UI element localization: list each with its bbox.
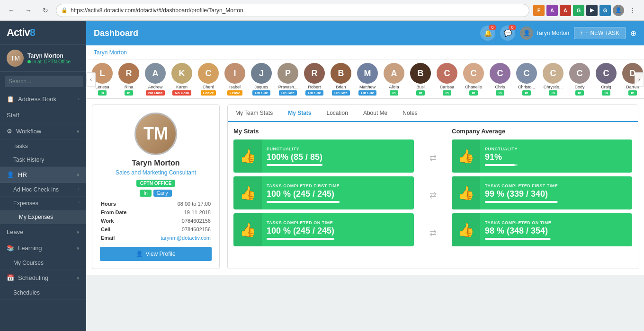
sidebar-item-tasks[interactable]: Tasks <box>0 139 86 153</box>
person-name: Cody <box>574 85 584 89</box>
person-card-busi[interactable]: B Busi In <box>408 63 433 96</box>
stat-bar-fill <box>267 201 340 203</box>
stat-bar-fill <box>485 201 557 203</box>
notifications-button[interactable]: 🔔 0 <box>480 26 495 41</box>
stats-tab-notes[interactable]: Notes <box>395 105 425 122</box>
view-profile-button[interactable]: 👤 View Profile <box>100 247 212 261</box>
person-card-jaques[interactable]: J Jaques On Site <box>249 63 274 96</box>
person-card-carissa[interactable]: C Carissa In <box>435 63 459 96</box>
sidebar-item-leave[interactable]: Leave ∨ <box>0 224 86 240</box>
ext-icon-4[interactable]: G <box>573 5 584 16</box>
sidebar-item-my-expenses[interactable]: My Expenses <box>0 210 86 224</box>
address-bar[interactable]: 🔒 https://activ8.dotactiv.com/dotactiv/#… <box>56 4 529 17</box>
stat-icon-area: 👍 <box>233 213 262 246</box>
person-card-cher-[interactable]: C Cheré Leave <box>196 63 221 96</box>
person-strip: L Leriesa In R Rina In A Andrew No Data … <box>86 60 644 98</box>
person-card-rina[interactable]: R Rina In <box>116 63 141 96</box>
person-card-matthew[interactable]: M Matthew On Site <box>355 63 380 96</box>
stats-tab-about-me[interactable]: About Me <box>356 105 395 122</box>
sidebar-item-scheduling[interactable]: 📅 Scheduling ∨ <box>0 270 86 286</box>
stat-card: 👍 TASKS COMPLETED ON TIME 98 % (348 / 35… <box>452 213 632 246</box>
person-status-badge: On Site <box>358 90 376 96</box>
view-profile-label: View Profile <box>145 251 175 257</box>
stat-bar-fill <box>485 238 550 240</box>
stats-tabs: My Team StatsMy StatsLocationAbout MeNot… <box>228 105 638 122</box>
new-task-button[interactable]: + + NEW TASK <box>574 27 626 39</box>
sidebar-item-workflow[interactable]: ⚙ Workflow ∨ <box>0 123 86 139</box>
person-card-craig[interactable]: C Craig In <box>594 63 618 96</box>
person-card-andrew[interactable]: A Andrew No Data <box>143 63 168 96</box>
ext-icon-3[interactable]: A <box>560 5 571 16</box>
sidebar-item-address-book[interactable]: 📋 Address Book › <box>0 91 86 107</box>
thumbs-up-icon: 👍 <box>240 148 256 164</box>
refresh-button[interactable]: ↻ <box>39 4 52 17</box>
forward-button[interactable]: → <box>22 4 35 17</box>
expenses-chevron: › <box>78 200 80 205</box>
stat-bar <box>485 201 558 203</box>
person-card-chanelle[interactable]: C Chanelle In <box>461 63 486 96</box>
ext-icon-1[interactable]: F <box>533 5 545 16</box>
stat-label: PUNCTUALITY <box>485 147 518 151</box>
person-card-isabel[interactable]: I Isabel Leave <box>223 63 247 96</box>
email-link[interactable]: tarynm@dotactiv.com <box>161 235 211 241</box>
person-card-brian[interactable]: B Brian On Site <box>329 63 353 96</box>
person-status-badge: In <box>390 90 398 96</box>
search-input[interactable] <box>5 76 83 87</box>
arrow-connectors: ⇄⇄⇄ <box>423 128 442 250</box>
person-name: Matthew <box>359 85 376 89</box>
adhoc-chevron: › <box>78 186 80 191</box>
stats-tab-my-team-stats[interactable]: My Team Stats <box>228 105 280 122</box>
person-name: Chrystle... <box>544 85 563 89</box>
stats-tab-location[interactable]: Location <box>319 105 356 122</box>
stats-columns: My Stats 👍 PUNCTUALITY 100% (85 / 85) 👍 … <box>233 128 632 250</box>
sidebar-item-learning[interactable]: 📚 Learning ∨ <box>0 240 86 256</box>
stat-icon-area: 👍 <box>233 176 262 209</box>
person-card-karen[interactable]: K Karen No Data <box>170 63 194 96</box>
sidebar-item-my-courses[interactable]: My Courses <box>0 256 86 270</box>
person-card-chrystle---[interactable]: C Chrystle... In <box>541 63 565 96</box>
stat-bar-fill <box>485 164 515 166</box>
menu-button[interactable]: ⋮ <box>626 4 639 17</box>
browser-extensions: F A A G ▶ G 👤 ⋮ <box>533 4 639 17</box>
strip-nav-right[interactable]: › <box>635 72 644 87</box>
person-name: Rina <box>125 85 134 89</box>
person-photo: A <box>384 63 404 84</box>
scheduling-chevron: ∨ <box>76 275 80 280</box>
person-name: Leriesa <box>95 85 109 89</box>
thumbs-up-icon: 👍 <box>458 185 474 201</box>
messages-button[interactable]: 💬 0 <box>500 26 515 41</box>
person-name: Karen <box>176 85 188 89</box>
person-name: Jaques <box>254 85 268 89</box>
sidebar-item-task-history[interactable]: Task History <box>0 153 86 167</box>
ext-icon-2[interactable]: A <box>546 5 558 16</box>
person-card-cody[interactable]: C Cody In <box>567 63 592 96</box>
person-card-robert[interactable]: R Robert On Site <box>302 63 327 96</box>
back-button[interactable]: ← <box>5 4 18 17</box>
sidebar-avatar: TM <box>7 50 24 67</box>
stat-value: 100% (85 / 85) <box>267 152 322 162</box>
person-status-badge: In <box>416 90 424 96</box>
logo-accent: 8 <box>30 26 35 38</box>
stats-tab-my-stats[interactable]: My Stats <box>280 105 319 122</box>
person-card-alicia[interactable]: A Alicia In <box>382 63 406 96</box>
sidebar-item-expenses[interactable]: Expenses › <box>0 197 86 210</box>
person-photo: C <box>490 63 510 84</box>
sidebar-item-staff[interactable]: Staff <box>0 107 86 123</box>
sidebar-user-section[interactable]: TM Taryn Morton In at: CPTN Office <box>0 45 86 72</box>
sidebar-item-adhoc[interactable]: Ad Hoc Check Ins › <box>0 183 86 197</box>
navbar-user[interactable]: 👤 Taryn Morton <box>520 26 569 40</box>
share-button[interactable]: ⊕ <box>630 29 636 38</box>
stat-bar <box>485 238 551 240</box>
user-avatar-browser[interactable]: 👤 <box>613 5 624 16</box>
person-card-pravash---[interactable]: P Pravash... On Site <box>276 63 300 96</box>
my-stats-title: My Stats <box>233 128 414 135</box>
profile-stats-section: TM Taryn Morton Sales and Marketing Cons… <box>86 99 644 275</box>
sidebar-item-hr[interactable]: 👤 HR ∨ <box>0 167 86 183</box>
sidebar-item-schedules[interactable]: Schedules <box>0 286 86 300</box>
ext-icon-6[interactable]: G <box>599 5 611 16</box>
person-card-chris[interactable]: C Chris In <box>488 63 512 96</box>
ext-icon-5[interactable]: ▶ <box>586 5 598 16</box>
person-card-christo---[interactable]: C Christo... In <box>514 63 539 96</box>
strip-nav-left[interactable]: ‹ <box>86 72 96 87</box>
sidebar-label-task-history: Task History <box>13 157 44 163</box>
